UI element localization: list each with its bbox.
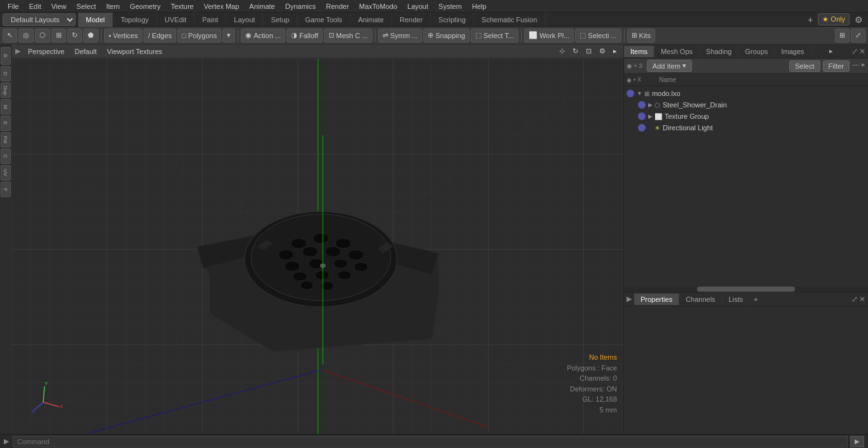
tab-mesh-ops[interactable]: Mesh Ops — [654, 46, 700, 57]
loop-tool-btn[interactable]: ↻ — [67, 29, 82, 43]
items-select-button[interactable]: Select — [789, 60, 820, 72]
viewport-expand-icon[interactable]: ▶ — [15, 47, 20, 55]
shading-btn[interactable]: Default — [72, 47, 99, 56]
tab-topology[interactable]: Topology — [113, 13, 157, 27]
menu-select[interactable]: Select — [71, 1, 101, 11]
symm-btn[interactable]: ⇌ Symm ... — [378, 29, 422, 43]
tab-uvedit[interactable]: UVEdit — [157, 13, 194, 27]
action-btn[interactable]: ◉ Action ... — [241, 29, 285, 43]
select-t-btn[interactable]: ⬚ Select T... — [471, 29, 519, 43]
add-layout-button[interactable]: + — [805, 15, 815, 25]
texture-btn[interactable]: Viewport Textures — [104, 47, 165, 56]
tab-lists[interactable]: Lists — [722, 294, 750, 305]
star-only-label[interactable]: ★ Only — [818, 13, 850, 25]
menu-animate[interactable]: Animate — [244, 1, 280, 11]
list-item[interactable]: ▶ ⬜ Texture Group — [624, 111, 868, 122]
kits-btn[interactable]: ⊞ Kits — [627, 29, 655, 43]
tab-images[interactable]: Images — [775, 46, 811, 57]
tab-game-tools[interactable]: Game Tools — [297, 13, 351, 27]
items-add-icon[interactable]: + — [634, 62, 637, 69]
tab-paint[interactable]: Paint — [194, 13, 226, 27]
select-i-btn[interactable]: ⬚ Selecti ... — [575, 29, 621, 43]
sidebar-tool-6[interactable]: Pol — [1, 132, 11, 147]
items-scrollbar-thumb[interactable] — [697, 287, 795, 292]
menu-item[interactable]: Item — [101, 1, 125, 11]
rotate-tool-btn[interactable]: ◎ — [18, 29, 34, 43]
mesh-btn[interactable]: ⊡ Mesh C ... — [324, 29, 372, 43]
menu-geometry[interactable]: Geometry — [125, 1, 165, 11]
viewport[interactable]: ▶ Perspective Default Viewport Textures … — [11, 44, 623, 448]
sidebar-tool-5[interactable]: E — [1, 116, 11, 131]
list-item[interactable]: ▶ ☀ Directional Light — [624, 122, 868, 133]
items-vis-icon[interactable]: ◉ — [627, 62, 632, 69]
props-expand-icon[interactable]: ▶ — [624, 293, 634, 305]
work-plane-btn[interactable]: ⬜ Work Pl... — [524, 29, 574, 43]
menu-render[interactable]: Render — [321, 1, 354, 11]
menu-system[interactable]: System — [433, 1, 467, 11]
vertices-btn[interactable]: • Vertices — [104, 29, 142, 43]
rotate-view-btn[interactable]: ↻ — [570, 46, 581, 56]
menu-file[interactable]: File — [3, 1, 24, 11]
sidebar-tool-7[interactable]: C — [1, 149, 11, 164]
sidebar-tool-8[interactable]: UV — [1, 165, 11, 180]
props-panel-close[interactable]: ✕ — [859, 295, 865, 304]
menu-dynamics[interactable]: Dynamics — [280, 1, 321, 11]
menu-view[interactable]: View — [46, 1, 72, 11]
transform-tool-btn[interactable]: ⊞ — [51, 29, 66, 43]
props-panel-expand[interactable]: ⤢ — [851, 295, 858, 304]
items-scrollbar-track[interactable] — [624, 287, 868, 292]
sidebar-tool-9[interactable]: F — [1, 182, 11, 197]
menu-maxtomodo[interactable]: MaxToModo — [354, 1, 402, 11]
menu-edit[interactable]: Edit — [24, 1, 46, 11]
layout-settings-button[interactable]: ⚙ — [852, 15, 865, 25]
sidebar-tool-3[interactable]: Dup — [1, 83, 11, 98]
shield-tool-btn[interactable]: ⬟ — [83, 29, 98, 43]
sidebar-tool-2[interactable]: D — [1, 66, 11, 81]
tab-shading[interactable]: Shading — [700, 46, 738, 57]
fit-btn[interactable]: ⊡ — [583, 46, 594, 56]
add-item-button[interactable]: Add Item ▾ — [647, 60, 692, 72]
polygon-tool-btn[interactable]: ⬡ — [35, 29, 50, 43]
viewport-settings-btn[interactable]: ⚙ — [597, 46, 608, 56]
select-tool-btn[interactable]: ↖ — [3, 29, 17, 43]
list-item[interactable]: ▼ ⊞ modo.lxo — [624, 88, 868, 99]
command-input[interactable] — [13, 436, 848, 447]
items-more-btn[interactable]: ▸ — [862, 60, 865, 72]
items-filter-icon[interactable]: ⧖ — [639, 62, 643, 70]
tab-groups[interactable]: Groups — [738, 46, 775, 57]
tab-animate[interactable]: Animate — [351, 13, 392, 27]
tab-layout[interactable]: Layout — [226, 13, 263, 27]
items-collapse-btn[interactable]: — — [852, 60, 859, 72]
layout-dropdown[interactable]: Default Layouts — [3, 13, 76, 26]
perspective-btn[interactable]: Perspective — [25, 47, 67, 56]
snapping-btn[interactable]: ⊕ Snapping — [423, 29, 470, 43]
list-item[interactable]: ▶ ⬡ Steel_Shower_Drain — [624, 99, 868, 111]
viewport-canvas[interactable]: Y X Z No Items Polygons : Face Channels:… — [11, 58, 623, 434]
edges-btn[interactable]: / Edges — [144, 29, 176, 43]
sidebar-tool-4[interactable]: M — [1, 99, 11, 114]
items-filter-button[interactable]: Filter — [823, 60, 850, 72]
mode-dropdown-btn[interactable]: ▾ — [222, 29, 235, 43]
viewport-layout-btn[interactable]: ⊞ — [835, 29, 850, 43]
viewport-more-btn[interactable]: ▸ — [611, 46, 620, 56]
menu-texture[interactable]: Texture — [166, 1, 199, 11]
fullscreen-btn[interactable]: ⤢ — [851, 29, 865, 43]
tab-scripting[interactable]: Scripting — [431, 13, 474, 27]
tab-channels[interactable]: Channels — [679, 294, 722, 305]
tab-properties[interactable]: Properties — [634, 294, 679, 305]
falloff-btn[interactable]: ◑ Falloff — [287, 29, 323, 43]
tab-items[interactable]: Items — [624, 46, 654, 57]
panel-expand-btn[interactable]: ⤢ — [851, 47, 858, 56]
menu-vertex-map[interactable]: Vertex Map — [199, 1, 245, 11]
tab-setup[interactable]: Setup — [263, 13, 297, 27]
props-plus-btn[interactable]: + — [750, 294, 761, 305]
panel-tabs-more[interactable]: ▸ — [825, 45, 837, 57]
command-run-btn[interactable]: ▶ — [850, 436, 864, 447]
panel-close-btn[interactable]: ✕ — [859, 47, 865, 56]
polygons-btn[interactable]: □ Polygons — [177, 29, 221, 43]
sidebar-tool-1[interactable]: B — [1, 47, 11, 65]
tab-model[interactable]: Model — [78, 13, 113, 27]
tab-schematic-fusion[interactable]: Schematic Fusion — [474, 13, 545, 27]
look-at-btn[interactable]: ⊹ — [557, 46, 567, 56]
menu-help[interactable]: Help — [467, 1, 492, 11]
